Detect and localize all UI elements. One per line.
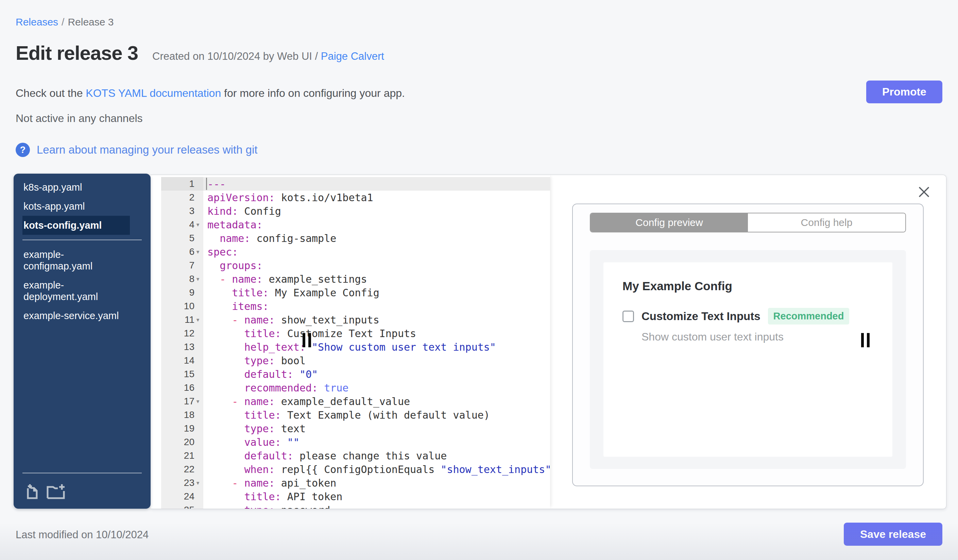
editor-line[interactable]: 17▾ - name: example_default_value — [151, 394, 550, 408]
customize-text-inputs-checkbox[interactable] — [622, 310, 634, 322]
code-line-content[interactable]: title: API token — [203, 490, 550, 503]
title-row: Edit release 3 Created on 10/10/2024 by … — [16, 41, 384, 64]
code-line-content[interactable]: type: bool — [203, 354, 550, 367]
editor-line[interactable]: 11▾ - name: show_text_inputs — [151, 313, 550, 327]
editor-line[interactable]: 2▾apiVersion: kots.io/v1beta1 — [151, 191, 550, 204]
token-plain — [207, 314, 232, 326]
code-line-content[interactable]: - name: show_text_inputs — [203, 313, 550, 327]
code-line-content[interactable]: title: My Example Config — [203, 286, 550, 299]
new-file-icon[interactable] — [24, 484, 40, 501]
line-gutter: 24▾ — [161, 490, 203, 503]
editor-line[interactable]: 10▾ items: — [151, 299, 550, 313]
editor-line[interactable]: 12▾ title: Customize Text Inputs — [151, 327, 550, 340]
code-line-content[interactable]: spec: — [203, 245, 550, 259]
breadcrumb-separator: / — [62, 16, 64, 27]
editor-line[interactable]: 1▾--- — [151, 177, 550, 191]
editor-line[interactable]: 25▾ type: password — [151, 503, 550, 509]
line-gutter: 7▾ — [161, 259, 203, 272]
code-line-content[interactable]: when: repl{{ ConfigOptionEquals "show_te… — [203, 462, 550, 476]
git-releases-link[interactable]: Learn about managing your releases with … — [37, 143, 257, 156]
fold-arrow-icon[interactable]: ▾ — [195, 275, 201, 283]
code-line-content[interactable]: title: Text Example (with default value) — [203, 408, 550, 422]
code-line-content[interactable]: title: Customize Text Inputs — [203, 327, 550, 340]
close-icon[interactable] — [917, 185, 931, 199]
editor-line[interactable]: 19▾ type: text — [151, 422, 550, 435]
last-modified-text: Last modified on 10/10/2024 — [16, 529, 149, 541]
promote-button[interactable]: Promote — [866, 81, 942, 103]
code-line-content[interactable]: name: config-sample — [203, 231, 550, 245]
breadcrumb-releases-link[interactable]: Releases — [16, 16, 58, 27]
editor-preview-resize-handle[interactable] — [861, 333, 871, 347]
editor-line[interactable]: 16▾ recommended: true — [151, 381, 550, 394]
file-item-example-configmap.yaml[interactable]: example-configmap.yaml — [22, 245, 130, 275]
line-gutter: 1▾ — [161, 177, 203, 191]
fold-arrow-icon[interactable]: ▾ — [195, 479, 201, 487]
editor-line[interactable]: 20▾ value: "" — [151, 435, 550, 449]
editor-line[interactable]: 24▾ title: API token — [151, 490, 550, 503]
editor-line[interactable]: 14▾ type: bool — [151, 354, 550, 367]
code-line-content[interactable]: help_text: "Show custom user text inputs… — [203, 340, 550, 354]
file-item-kots-app.yaml[interactable]: kots-app.yaml — [22, 197, 130, 216]
token-plain: text — [275, 423, 306, 435]
editor-line[interactable]: 21▾ default: please change this value — [151, 449, 550, 462]
token-plain: example_default_value — [275, 395, 410, 407]
code-line-content[interactable]: default: please change this value — [203, 449, 550, 462]
line-number: 21 — [184, 450, 195, 461]
sidebar-bottom-divider — [22, 473, 142, 473]
kots-yaml-doc-link[interactable]: KOTS YAML documentation — [86, 87, 221, 99]
fold-arrow-icon[interactable]: ▾ — [195, 398, 201, 405]
editor-line[interactable]: 15▾ default: "0" — [151, 367, 550, 381]
file-sidebar: k8s-app.yamlkots-app.yamlkots-config.yam… — [14, 174, 151, 509]
code-line-content[interactable]: type: text — [203, 422, 550, 435]
fold-arrow-icon[interactable]: ▾ — [195, 221, 201, 228]
token-plain — [207, 395, 232, 407]
page-title: Edit release 3 — [16, 41, 138, 64]
file-item-example-deployment.yaml[interactable]: example-deployment.yaml — [22, 275, 130, 306]
token-key: title: — [244, 327, 281, 340]
file-item-k8s-app.yaml[interactable]: k8s-app.yaml — [22, 178, 130, 197]
editor-line[interactable]: 23▾ - name: api_token — [151, 476, 550, 490]
editor-line[interactable]: 13▾ help_text: "Show custom user text in… — [151, 340, 550, 354]
code-line-content[interactable]: - name: example_default_value — [203, 394, 550, 408]
code-line-content[interactable]: default: "0" — [203, 367, 550, 381]
editor-line[interactable]: 8▾ - name: example_settings — [151, 272, 550, 286]
code-line-content[interactable]: type: password — [203, 503, 550, 509]
editor-line[interactable]: 9▾ title: My Example Config — [151, 286, 550, 299]
editor-line[interactable]: 6▾spec: — [151, 245, 550, 259]
code-line-content[interactable]: value: "" — [203, 435, 550, 449]
editor-line[interactable]: 5▾ name: config-sample — [151, 231, 550, 245]
token-plain: Config — [238, 205, 281, 217]
code-line-content[interactable]: metadata: — [203, 218, 550, 231]
sidebar-editor-resize-handle[interactable] — [303, 333, 313, 347]
code-line-content[interactable]: recommended: true — [203, 381, 550, 394]
new-folder-icon[interactable] — [46, 484, 66, 501]
code-line-content[interactable]: - name: example_settings — [203, 272, 550, 286]
created-by-link[interactable]: Paige Calvert — [321, 50, 384, 62]
code-line-content[interactable]: --- — [203, 177, 550, 191]
tab-config-preview[interactable]: Config preview — [590, 214, 748, 232]
token-key: name: — [244, 314, 275, 326]
tab-config-help[interactable]: Config help — [748, 214, 905, 232]
code-line-content[interactable]: items: — [203, 299, 550, 313]
save-release-button[interactable]: Save release — [844, 523, 942, 546]
file-item-example-service.yaml[interactable]: example-service.yaml — [22, 306, 130, 325]
token-key: value: — [244, 436, 281, 448]
line-number: 8 — [189, 274, 195, 285]
code-line-content[interactable]: kind: Config — [203, 204, 550, 218]
line-number: 13 — [184, 342, 195, 353]
code-line-content[interactable]: groups: — [203, 259, 550, 272]
code-line-content[interactable]: - name: api_token — [203, 476, 550, 490]
file-item-kots-config.yaml[interactable]: kots-config.yaml — [22, 216, 130, 235]
editor-line[interactable]: 4▾metadata: — [151, 218, 550, 231]
doc-prefix: Check out the — [16, 87, 86, 99]
editor-line[interactable]: 22▾ when: repl{{ ConfigOptionEquals "sho… — [151, 462, 550, 476]
token-plain — [207, 491, 244, 503]
yaml-editor[interactable]: 1▾---2▾apiVersion: kots.io/v1beta13▾kind… — [151, 175, 550, 509]
fold-arrow-icon[interactable]: ▾ — [195, 248, 201, 256]
editor-line[interactable]: 18▾ title: Text Example (with default va… — [151, 408, 550, 422]
editor-line[interactable]: 3▾kind: Config — [151, 204, 550, 218]
code-line-content[interactable]: apiVersion: kots.io/v1beta1 — [203, 191, 550, 204]
fold-arrow-icon[interactable]: ▾ — [195, 316, 201, 323]
editor-line[interactable]: 7▾ groups: — [151, 259, 550, 272]
edit-release-page: Releases/Release 3 Edit release 3 Create… — [0, 0, 958, 560]
